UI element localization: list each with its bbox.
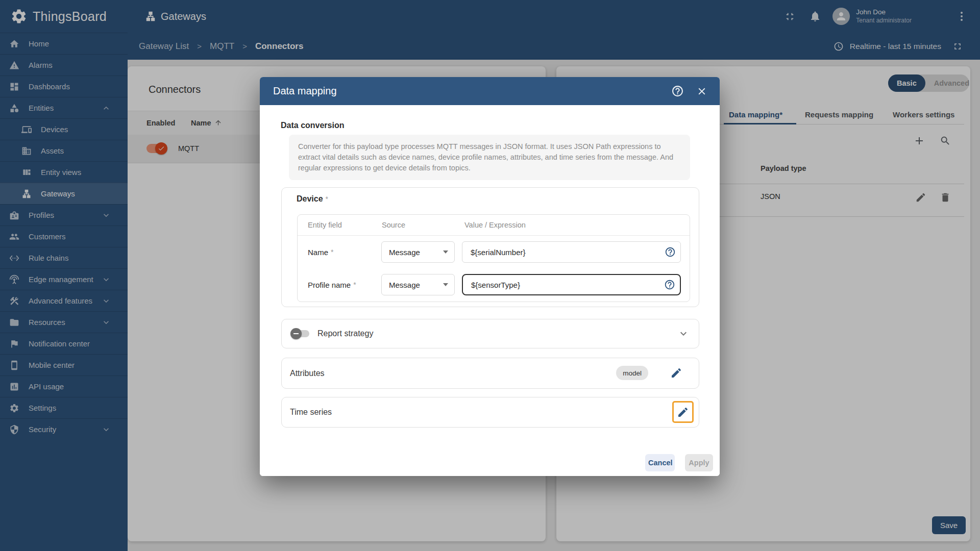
col-entity-field: Entity field [308,215,342,235]
edit-attributes-icon[interactable] [670,367,682,379]
attributes-section: Attributes model [281,358,699,389]
thingsboard-app: ThingsBoard HomeAlarmsDashboardsEntities… [0,0,980,551]
data-conversion-heading: Data conversion [281,121,344,130]
modal-title: Data mapping [273,85,337,97]
edit-time-series-button[interactable] [672,401,694,423]
chevron-down-icon [443,283,448,286]
device-section: Device* Entity field Source Value / Expr… [281,187,699,307]
source-select-value: Message [389,248,420,257]
value-expression-text: ${serialNumber} [471,248,526,257]
device-mapping-row-profile-name: Profile name*Message${sensorType} [298,268,690,301]
device-mapping-row-name: Name*Message${serialNumber} [298,236,690,268]
close-icon[interactable] [696,86,707,97]
help-icon[interactable] [671,85,684,97]
report-strategy-toggle[interactable] [292,330,309,337]
modal-body: Data conversion Converter for this paylo… [260,105,720,476]
report-strategy-section: Report strategy [281,319,699,348]
value-expression-input[interactable]: ${sensorType} [462,274,681,295]
data-mapping-modal: Data mapping Data conversion Converter f… [260,77,720,476]
col-value-expression: Value / Expression [464,215,526,235]
attribute-chip-model: model [616,366,648,380]
report-strategy-label: Report strategy [317,319,373,348]
source-select[interactable]: Message [381,274,455,295]
field-label: Profile name* [308,268,356,301]
chevron-down-icon[interactable] [677,328,690,340]
apply-button[interactable]: Apply [685,454,713,471]
time-series-label: Time series [290,397,332,427]
value-expression-input[interactable]: ${serialNumber} [462,241,681,263]
help-icon[interactable] [665,246,676,258]
source-select-value: Message [389,281,420,289]
device-heading: Device* [297,194,328,204]
edit-time-series-icon [677,406,689,418]
time-series-section: Time series [281,397,699,428]
device-table-header: Entity field Source Value / Expression [298,215,690,236]
converter-info-text: Converter for this payload type processe… [289,135,690,180]
col-source: Source [382,215,405,235]
field-label: Name* [308,236,333,268]
modal-header: Data mapping [260,77,720,105]
device-table: Entity field Source Value / Expression N… [297,214,690,302]
help-icon[interactable] [664,279,675,290]
value-expression-text: ${sensorType} [471,281,520,289]
cancel-button[interactable]: Cancel [645,454,675,471]
attributes-label: Attributes [290,358,325,388]
chevron-down-icon [443,251,448,254]
source-select[interactable]: Message [381,241,455,263]
